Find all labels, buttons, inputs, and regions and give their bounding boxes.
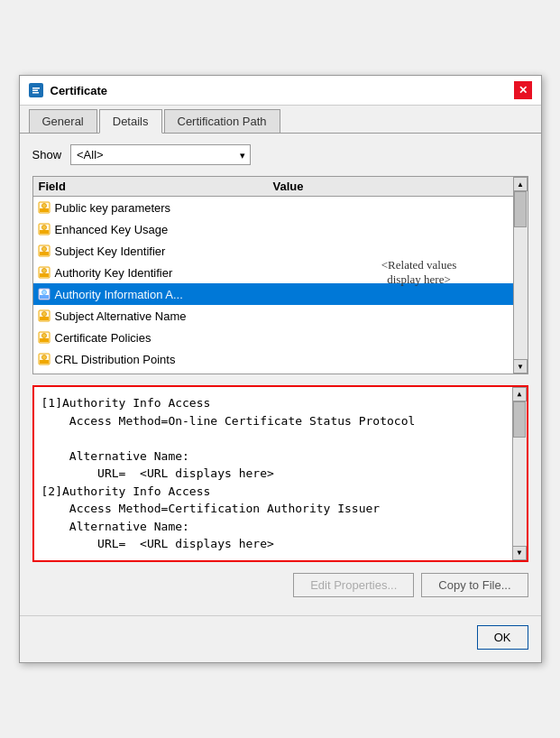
svg-rect-23: [40, 338, 49, 342]
list-item[interactable]: Subject Alternative Name: [33, 305, 513, 327]
edit-properties-button[interactable]: Edit Properties...: [293, 573, 414, 597]
ok-button[interactable]: OK: [477, 625, 528, 650]
svg-rect-11: [40, 252, 49, 255]
svg-rect-2: [32, 90, 38, 92]
scrollbar-track: [514, 191, 528, 359]
detail-line: URL= <URL displays here>: [41, 465, 501, 483]
list-item-label: Public key parameters: [55, 201, 510, 215]
detail-line: [1]Authority Info Access: [41, 394, 501, 412]
detail-scroll-down[interactable]: ▼: [512, 546, 527, 560]
detail-scroll-up[interactable]: ▲: [512, 387, 527, 401]
list-item[interactable]: Public key parameters: [33, 197, 513, 218]
cert-icon: [37, 265, 51, 280]
svg-rect-1: [32, 88, 40, 89]
svg-rect-5: [40, 208, 49, 212]
cert-icon: [37, 309, 51, 323]
column-header-field: Field: [39, 180, 273, 193]
list-items: Public key parameters Enhanced Key Usage…: [33, 197, 513, 370]
tab-content: Show <All> Field Value Public key parame…: [20, 134, 541, 608]
field-list-container: Field Value Public key parameters Enhanc…: [32, 176, 528, 374]
tab-bar: General Details Certification Path: [20, 106, 541, 134]
detail-line: Access Method=On-line Certificate Status…: [41, 412, 501, 430]
show-select[interactable]: <All>: [70, 144, 251, 165]
detail-scrollbar-track: [513, 401, 527, 546]
show-select-wrapper: <All>: [70, 144, 251, 165]
svg-point-18: [41, 291, 46, 295]
detail-box: [1]Authority Info Access Access Method=O…: [32, 385, 528, 562]
title-bar: Certificate ✕: [20, 76, 541, 106]
svg-point-9: [41, 226, 46, 230]
list-header: Field Value: [33, 177, 513, 197]
svg-rect-3: [32, 92, 39, 94]
scroll-up-button[interactable]: ▲: [513, 177, 528, 191]
scroll-down-button[interactable]: ▼: [513, 359, 528, 374]
close-button[interactable]: ✕: [514, 81, 532, 99]
list-item[interactable]: Subject Key Identifier: [33, 240, 513, 262]
cert-icon: [37, 352, 51, 366]
action-buttons: Edit Properties... Copy to File...: [32, 573, 528, 597]
list-inner: Field Value Public key parameters Enhanc…: [33, 177, 513, 374]
svg-point-24: [41, 334, 46, 338]
svg-point-15: [41, 269, 46, 273]
cert-icon: [37, 287, 51, 301]
list-item[interactable]: Certificate Policies: [33, 327, 513, 348]
detail-line: URL= <URL displays here>: [41, 535, 501, 553]
list-item[interactable]: Enhanced Key Usage: [33, 218, 513, 240]
svg-point-6: [41, 204, 46, 208]
detail-line: [2]Authority Info Access: [41, 483, 501, 501]
column-header-value: Value: [273, 180, 508, 193]
certificate-dialog: Certificate ✕ General Details Certificat…: [19, 75, 542, 663]
detail-content: [1]Authority Info Access Access Method=O…: [41, 394, 519, 553]
detail-line: Access Method=Certification Authority Is…: [41, 500, 501, 518]
detail-line: Alternative Name:: [41, 518, 501, 536]
list-item-label: CRL Distribution Points: [55, 353, 510, 366]
list-item-label: Subject Key Identifier: [55, 244, 510, 258]
detail-line: [41, 429, 501, 447]
list-item-label: Certificate Policies: [55, 331, 510, 345]
list-item-label: Authority Key Identifier: [55, 266, 510, 280]
tab-details[interactable]: Details: [99, 109, 162, 134]
cert-icon: [37, 200, 51, 215]
cert-icon: [37, 222, 51, 236]
scrollbar-thumb[interactable]: [514, 191, 527, 227]
ok-row: OK: [20, 615, 541, 662]
detail-line: Alternative Name:: [41, 447, 501, 466]
svg-rect-20: [40, 317, 49, 320]
svg-rect-14: [40, 273, 49, 277]
show-label: Show: [32, 148, 62, 161]
list-item-label: Enhanced Key Usage: [55, 223, 510, 236]
list-item[interactable]: Authority Key Identifier: [33, 262, 513, 283]
copy-to-file-button[interactable]: Copy to File...: [421, 573, 528, 597]
dialog-icon: [29, 83, 43, 97]
svg-point-12: [41, 247, 46, 252]
tab-certification-path[interactable]: Certification Path: [164, 109, 280, 133]
list-item[interactable]: CRL Distribution Points: [33, 348, 513, 370]
svg-rect-26: [40, 360, 49, 364]
list-item-label: Authority Information A...: [55, 288, 510, 301]
svg-point-27: [41, 355, 46, 360]
show-row: Show <All>: [32, 144, 528, 165]
list-item-label: Subject Alternative Name: [55, 309, 510, 323]
svg-point-21: [41, 312, 46, 317]
detail-scrollbar: ▲ ▼: [512, 387, 527, 560]
tab-general[interactable]: General: [29, 109, 97, 133]
list-scrollbar: ▲ ▼: [513, 177, 528, 374]
svg-rect-17: [40, 295, 49, 299]
cert-icon: [37, 330, 51, 345]
dialog-title: Certificate: [50, 84, 507, 97]
cert-icon: [37, 244, 51, 258]
list-item[interactable]: Authority Information A...: [33, 283, 513, 305]
detail-scrollbar-thumb[interactable]: [513, 401, 526, 438]
svg-rect-8: [40, 230, 49, 234]
